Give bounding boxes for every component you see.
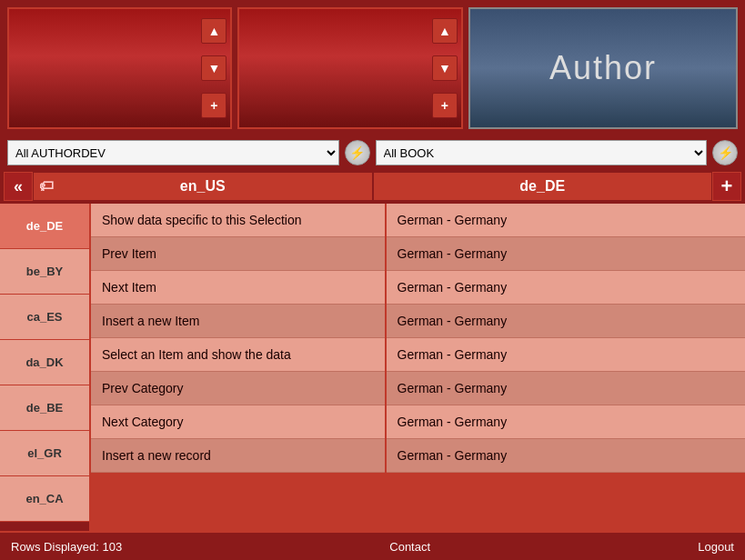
table-cell-col1[interactable]: Select an Item and show the data — [91, 338, 386, 372]
table-cell-col2: German - Germany — [386, 237, 745, 271]
book-filter-icon[interactable]: ⚡ — [712, 140, 738, 165]
lang-nav-left-btn[interactable]: « — [4, 172, 33, 201]
author-filter-select[interactable]: All AUTHORDEV — [7, 140, 339, 165]
image-panel-2: ▲ ▼ + — [237, 7, 462, 129]
table-row[interactable]: Insert a new ItemGerman - Germany — [91, 305, 745, 338]
rows-displayed-label: Rows Displayed: 103 — [11, 540, 122, 554]
table-cell-col2: German - Germany — [386, 372, 745, 405]
lang-add-btn[interactable]: + — [712, 172, 741, 201]
table-cell-col1[interactable]: Insert a new Item — [91, 305, 386, 338]
top-panels: ▲ ▼ + ▲ ▼ + Author — [0, 0, 745, 136]
panel1-up-btn[interactable]: ▲ — [201, 18, 227, 44]
table-cell-col1[interactable]: Prev Category — [91, 372, 386, 405]
sidebar-item-de-de[interactable]: de_DE — [0, 204, 89, 249]
table-cell-col2: German - Germany — [386, 204, 745, 237]
panel2-up-btn[interactable]: ▲ — [432, 18, 458, 44]
author-filter-icon[interactable]: ⚡ — [345, 140, 370, 165]
author-panel: Author — [468, 7, 738, 129]
image-panel-1: ▲ ▼ + — [7, 7, 232, 129]
sidebar-item-el-gr[interactable]: el_GR — [0, 431, 89, 476]
table-cell-col2: German - Germany — [386, 439, 745, 473]
sidebar-item-ca-es[interactable]: ca_ES — [0, 295, 89, 340]
tag-icon-en: 🏷 — [39, 178, 54, 195]
table-cell-col2: German - Germany — [386, 405, 745, 439]
table-cell-col2: German - Germany — [386, 305, 745, 338]
panel2-controls: ▲ ▼ + — [428, 9, 461, 127]
panel2-down-btn[interactable]: ▼ — [432, 55, 458, 81]
sidebar-item-da-dk[interactable]: da_DK — [0, 340, 89, 385]
sidebar-item-en-ca[interactable]: en_CA — [0, 476, 89, 522]
sidebar-item-de-be[interactable]: de_BE — [0, 385, 89, 431]
lang-bar: « 🏷 en_US de_DE + — [0, 169, 745, 204]
author-title: Author — [549, 49, 657, 87]
book-filter-select[interactable]: All BOOK — [376, 140, 708, 165]
table-cell-col2: German - Germany — [386, 271, 745, 305]
main-content: de_DE be_BY ca_ES da_DK de_BE el_GR en_C… — [0, 204, 745, 531]
contact-label[interactable]: Contact — [389, 540, 430, 554]
filter-row: All AUTHORDEV ⚡ All BOOK ⚡ — [0, 136, 745, 169]
table-row[interactable]: Next CategoryGerman - Germany — [91, 405, 745, 439]
table-row[interactable]: Prev ItemGerman - Germany — [91, 237, 745, 271]
lang-tab-de-de[interactable]: de_DE — [373, 172, 713, 201]
table-area: Show data specific to this SelectionGerm… — [91, 204, 745, 531]
table-cell-col1[interactable]: Next Item — [91, 271, 386, 305]
status-bar: Rows Displayed: 103 Contact Logout — [0, 531, 745, 560]
table-cell-col2: German - Germany — [386, 338, 745, 372]
table-cell-col1[interactable]: Show data specific to this Selection — [91, 204, 386, 237]
logout-label[interactable]: Logout — [698, 540, 734, 554]
panel1-add-btn[interactable]: + — [201, 93, 227, 118]
table-cell-col1[interactable]: Next Category — [91, 405, 386, 439]
panel1-down-btn[interactable]: ▼ — [201, 55, 227, 81]
lang-tab-en-us[interactable]: 🏷 en_US — [33, 172, 373, 201]
table-row[interactable]: Show data specific to this SelectionGerm… — [91, 204, 745, 237]
sidebar: de_DE be_BY ca_ES da_DK de_BE el_GR en_C… — [0, 204, 91, 531]
table-row[interactable]: Prev CategoryGerman - Germany — [91, 372, 745, 405]
table-row[interactable]: Insert a new recordGerman - Germany — [91, 439, 745, 473]
sidebar-item-be-by[interactable]: be_BY — [0, 249, 89, 295]
table-row[interactable]: Next ItemGerman - Germany — [91, 271, 745, 305]
data-table: Show data specific to this SelectionGerm… — [91, 204, 745, 473]
panel1-controls: ▲ ▼ + — [197, 9, 230, 127]
table-row[interactable]: Select an Item and show the dataGerman -… — [91, 338, 745, 372]
table-cell-col1[interactable]: Insert a new record — [91, 439, 386, 473]
panel2-add-btn[interactable]: + — [432, 93, 458, 118]
table-cell-col1[interactable]: Prev Item — [91, 237, 386, 271]
